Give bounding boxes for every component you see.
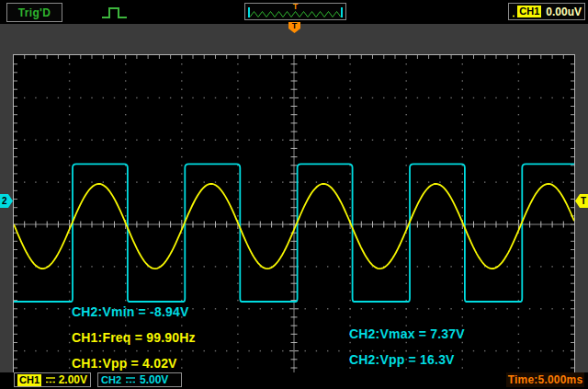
rising-edge-trigger-icon	[512, 5, 514, 18]
ch2-scale-box[interactable]: CH2 5.00V	[97, 372, 182, 387]
measurement-ch2-vpp: CH2:Vpp = 16.3V	[349, 352, 455, 367]
bottom-status-bar: CH1 2.00V CH2 5.00V Time:5.000ms	[0, 372, 588, 389]
preview-trigger-marker: T	[245, 2, 345, 11]
dc-coupling-icon	[45, 376, 55, 384]
dc-coupling-icon	[125, 376, 136, 384]
measurement-ch2-vmax: CH2:Vmax = 7.37V	[349, 326, 465, 341]
display-stage: CH2:Vmin = -8.94V CH1:Freq = 99.90Hz CH1…	[0, 24, 588, 372]
measurement-ch2-vmin: CH2:Vmin = -8.94V	[72, 304, 189, 319]
graticule: CH2:Vmin = -8.94V CH1:Freq = 99.90Hz CH1…	[13, 54, 575, 389]
trigger-channel-badge: CH1	[517, 6, 541, 17]
trigger-status-badge: Trig'D	[6, 3, 62, 22]
pulse-icon	[101, 6, 129, 19]
timebase-box[interactable]: Time:5.000ms	[506, 372, 584, 387]
trigger-status-label: Trig'D	[18, 6, 51, 19]
ch1-scale-value: 2.00V	[59, 373, 87, 386]
top-status-bar: Trig'D T CH1 0.00uV	[0, 0, 588, 24]
measurement-ch1-freq: CH1:Freq = 99.90Hz	[72, 330, 196, 345]
trigger-info-box[interactable]: CH1 0.00uV	[508, 3, 585, 20]
ch2-badge: CH2	[101, 374, 121, 385]
trigger-level-value: 0.00uV	[546, 6, 582, 18]
ch1-scale-box[interactable]: CH1 2.00V	[14, 372, 91, 387]
measurement-ch1-vpp: CH1:Vpp = 4.02V	[72, 356, 177, 371]
ch2-scale-value: 5.00V	[140, 373, 168, 386]
waveform-preview-bar[interactable]: T	[244, 3, 346, 20]
oscilloscope-screen: Trig'D T CH1 0.00uV CH2:Vmin = -	[0, 0, 588, 389]
timebase-value: Time:5.000ms	[508, 373, 583, 386]
ch1-badge: CH1	[17, 374, 41, 386]
